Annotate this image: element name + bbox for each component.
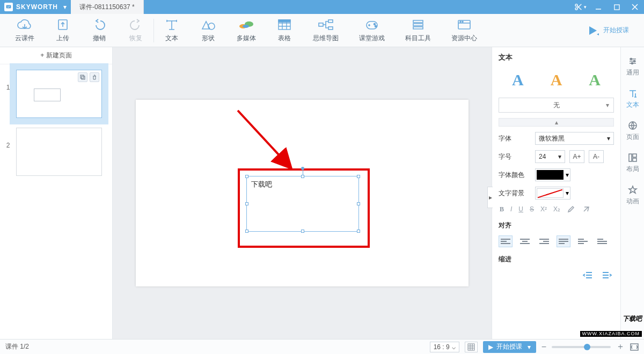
text-box[interactable]: 下载吧 [246,176,359,232]
start-label: 开始授课 [496,342,522,351]
svg-point-15 [374,24,376,25]
grid-toggle[interactable] [465,342,478,352]
ribbon-label: 形状 [202,34,215,43]
font-increase-button[interactable]: A+ [569,150,584,163]
align-left-button[interactable] [499,235,513,247]
aspect-ratio-select[interactable]: 16 : 9 ⌵ [430,342,459,352]
indent-increase-button[interactable] [600,269,614,281]
thumbnail-slide-1[interactable] [16,70,102,118]
slide-canvas[interactable]: 下载吧 [136,100,469,286]
status-bar: 课件 1/2 16 : 9 ⌵ ▶ 开始授课 ▾ − ＋ [0,339,644,354]
size-select[interactable]: 24▾ [535,150,565,163]
ribbon-upload[interactable]: 上传 [55,18,71,43]
ribbon-separator [153,19,154,42]
new-page-button[interactable]: + 新建页面 [0,47,112,64]
ribbon-cloud[interactable]: 云课件 [15,18,34,43]
bold-button[interactable]: B [500,205,504,213]
zoom-out-button[interactable]: − [541,342,546,352]
duplicate-slide-button[interactable] [78,72,87,82]
vtab-animation[interactable]: 动画 [626,185,639,206]
app-logo-icon [4,3,13,11]
vtab-layout[interactable]: 布局 [626,152,639,174]
close-button[interactable] [626,0,644,14]
svg-rect-27 [629,154,632,161]
resize-handle[interactable] [245,175,248,178]
caret-down-icon: ▾ [63,3,67,11]
align-bottom-button[interactable] [595,235,609,247]
preset-style-green[interactable]: A [589,71,601,89]
align-middle-button[interactable] [576,235,590,247]
minimize-button[interactable] [589,0,608,14]
document-tab[interactable]: 课件-0811150637 * [71,0,144,14]
zoom-thumb[interactable] [584,344,590,350]
underline-button[interactable]: U [518,205,523,213]
side-tabs: 通用 文本 页面 布局 动画 [620,47,644,339]
size-label: 字号 [499,152,531,161]
thumbnail-row[interactable]: 2 [4,128,108,176]
zoom-slider[interactable] [552,346,611,348]
ribbon-media[interactable]: 多媒体 [237,18,256,43]
clear-format-icon[interactable] [582,205,590,213]
ribbon-game[interactable]: 课堂游戏 [359,18,385,43]
strike-button[interactable]: S [530,205,534,213]
ribbon-label: 课堂游戏 [359,34,385,43]
delete-slide-button[interactable] [90,72,99,82]
preset-style-orange[interactable]: A [551,71,562,89]
font-color-picker[interactable]: ▾ [535,168,570,181]
sliders-icon [627,56,638,67]
ribbon-text[interactable]: 文本 [164,18,180,43]
font-select[interactable]: 微软雅黑▾ [535,132,614,145]
caret-down-icon: ▾ [528,343,531,351]
text-bg-picker[interactable]: ▾ [535,187,570,200]
ribbon-resource[interactable]: 资源中心 [451,18,477,43]
resize-handle[interactable] [245,230,248,233]
resize-handle[interactable] [301,230,304,233]
preset-style-blue[interactable]: A [512,71,524,89]
ribbon-subject[interactable]: 科目工具 [405,18,431,43]
ribbon-shape[interactable]: 形状 [200,18,216,43]
superscript-button[interactable]: X² [540,205,547,213]
media-icon [238,18,254,32]
vtab-page[interactable]: 页面 [626,120,639,142]
ribbon-label: 科目工具 [405,34,431,43]
italic-button[interactable]: I [510,205,512,213]
brand-label: SKYWORTH [16,3,58,11]
thumbnail-row[interactable]: 1 [4,70,108,118]
start-teaching-button[interactable]: ▶ 开始授课 ▾ [483,341,536,353]
vtab-text[interactable]: 文本 [626,88,639,109]
zoom-in-button[interactable]: ＋ [616,341,625,352]
align-top-button[interactable] [557,235,570,247]
maximize-button[interactable] [608,0,626,14]
rotate-handle[interactable] [301,167,304,170]
highlighter-icon[interactable] [567,205,575,213]
resize-handle[interactable] [357,175,360,178]
text-box-content[interactable]: 下载吧 [247,176,358,193]
thumbnail-slide-2[interactable] [16,128,102,176]
resize-handle[interactable] [245,202,248,205]
ribbon-label: 上传 [56,34,69,43]
effect-select[interactable]: 无▾ [499,98,614,113]
align-center-button[interactable] [518,235,532,247]
align-right-button[interactable] [537,235,551,247]
svg-point-19 [462,21,463,23]
fit-screen-button[interactable] [630,343,639,351]
vtab-general[interactable]: 通用 [626,56,639,77]
subscript-button[interactable]: X₂ [553,205,560,213]
bg-row: 文字背景 ▾ [499,187,614,200]
ribbon-undo[interactable]: 撤销 [91,18,107,43]
text-style-presets: A A A [499,68,614,92]
canvas-area[interactable]: 下载吧 ▸ [113,47,492,339]
ribbon-start-teaching[interactable]: 开始授课 [586,25,629,36]
ribbon-mindmap[interactable]: 思维导图 [313,18,339,43]
resize-handle[interactable] [301,175,304,178]
resize-handle[interactable] [357,202,360,205]
panel-collapse-button[interactable]: ▸ [487,187,493,208]
resource-icon [456,18,472,32]
accordion-collapse[interactable]: ▴ [499,118,614,127]
resize-handle[interactable] [357,230,360,233]
ribbon-table[interactable]: 表格 [276,18,292,43]
font-decrease-button[interactable]: A- [589,150,604,163]
brand-menu[interactable]: SKYWORTH ▾ [0,0,71,14]
scissors-button[interactable]: ▾ [571,0,589,14]
indent-decrease-button[interactable] [581,269,595,281]
